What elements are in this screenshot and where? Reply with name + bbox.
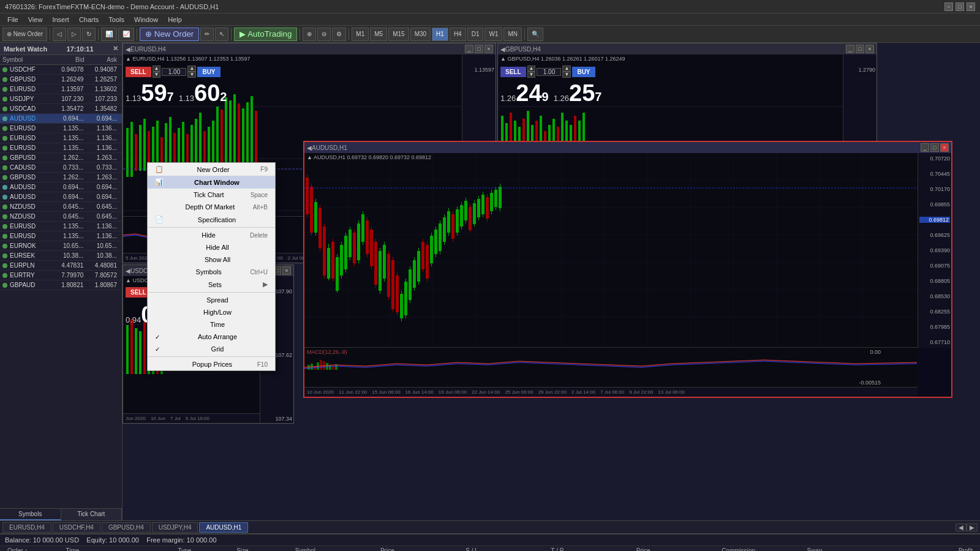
ctx-grid[interactable]: ✓ Grid — [148, 343, 275, 355]
list-item[interactable]: GBPUSD 1.26249 1.26257 — [0, 75, 122, 84]
menu-tools[interactable]: Tools — [104, 15, 129, 24]
toolbar-period-w1[interactable]: W1 — [484, 28, 502, 41]
ctx-time[interactable]: Time — [148, 318, 275, 331]
gbpusd-buy-button[interactable]: BUY — [572, 67, 595, 77]
toolbar-period-mn[interactable]: MN — [503, 28, 522, 41]
eurusd-sell-down[interactable]: ▼ — [153, 72, 161, 78]
chart-audusd-canvas[interactable]: ▲ AUDUSD,H1 0.69732 0.69820 0.69732 0.69… — [304, 153, 951, 397]
chart-eurusd-minimize[interactable]: _ — [465, 45, 473, 53]
minimize-button[interactable]: − — [944, 2, 953, 11]
list-item[interactable]: GBPUSD 1.262... 1.263... — [0, 173, 122, 182]
list-item[interactable]: EURUSD 1.135... 1.136... — [0, 143, 122, 153]
maximize-button[interactable]: □ — [956, 2, 964, 11]
list-item[interactable]: GBPUSD 1.262... 1.263... — [0, 153, 122, 163]
menu-view[interactable]: View — [23, 15, 48, 24]
toolbar-properties[interactable]: ⚙ — [332, 28, 346, 41]
list-item[interactable]: EURUSD 1.135... 1.136... — [0, 124, 122, 133]
ctx-hide-all[interactable]: Hide All — [148, 241, 275, 253]
gbpusd-buy-down[interactable]: ▼ — [562, 72, 571, 78]
ctx-popup-prices[interactable]: Popup Prices F10 — [148, 358, 275, 370]
eurusd-buy-button[interactable]: BUY — [197, 67, 220, 77]
new-order-big-button[interactable]: ⊕ New Order — [140, 28, 199, 41]
chart-tab-gbpusd[interactable]: GBPUSD,H4 — [102, 522, 151, 533]
ctx-specification[interactable]: 📄 Specification — [148, 213, 275, 226]
toolbar-zoom-in[interactable]: ⊕ — [303, 28, 316, 41]
toolbar-period-m1[interactable]: M1 — [352, 28, 369, 41]
menu-window[interactable]: Window — [129, 15, 163, 24]
chart-audusd-minimize[interactable]: _ — [921, 143, 929, 152]
list-item[interactable]: AUDUSD 0.694... 0.694... — [0, 182, 122, 192]
ctx-spread[interactable]: Spread — [148, 294, 275, 306]
eurusd-sell-button[interactable]: SELL — [126, 67, 151, 77]
list-item[interactable]: USDJPY 107.230 107.233 — [0, 94, 122, 104]
gbpusd-sell-button[interactable]: SELL — [500, 67, 526, 77]
toolbar-line-button[interactable]: 📈 — [118, 28, 134, 41]
gbpusd-sell-down[interactable]: ▼ — [527, 72, 536, 78]
chart-tab-right[interactable]: ▶ — [967, 523, 978, 531]
chart-gbpusd-close[interactable]: × — [865, 45, 874, 53]
chart-tab-audusd[interactable]: AUDUSD,H1 — [199, 522, 248, 533]
chart-tab-usdchf[interactable]: USDCHF,H4 — [53, 522, 100, 533]
toolbar-back-button[interactable]: ◁ — [53, 28, 66, 41]
list-item[interactable]: EURUSD 1.135... 1.136... — [0, 222, 122, 231]
list-item[interactable]: EURPLN 4.47831 4.48081 — [0, 261, 122, 271]
menu-help[interactable]: Help — [163, 15, 187, 24]
toolbar-period-m30[interactable]: M30 — [410, 28, 431, 41]
eurusd-buy-up[interactable]: ▲ — [187, 66, 196, 72]
list-item[interactable]: USDCHF 0.94078 0.94087 — [0, 65, 122, 75]
toolbar-period-m5[interactable]: M5 — [370, 28, 387, 41]
gbpusd-buy-up[interactable]: ▲ — [562, 66, 571, 72]
list-item[interactable]: USDCAD 1.35472 1.35482 — [0, 104, 122, 114]
toolbar-period-h1[interactable]: H1 — [432, 28, 448, 41]
ctx-chart-window[interactable]: 📊 Chart Window — [148, 176, 275, 189]
chart-gbpusd-minimize[interactable]: _ — [846, 45, 854, 53]
market-watch-close[interactable]: ✕ — [113, 45, 118, 53]
list-item[interactable]: EURNOK 10.65... 10.65... — [0, 241, 122, 251]
list-item[interactable]: EURTRY 7.79970 7.80572 — [0, 271, 122, 280]
chart-usdchf-close[interactable]: × — [282, 266, 291, 275]
toolbar-zoom-out[interactable]: ⊖ — [317, 28, 331, 41]
chart-eurusd-close[interactable]: × — [484, 45, 493, 53]
list-item[interactable]: EURSEK 10.38... 10.38... — [0, 251, 122, 261]
ctx-sets[interactable]: Sets ▶ — [148, 278, 275, 291]
list-item[interactable]: EURUSD 1.135... 1.136... — [0, 231, 122, 241]
toolbar-refresh-button[interactable]: ↻ — [82, 28, 96, 41]
toolbar-cursor[interactable]: ↖ — [215, 28, 228, 41]
chart-audusd-close[interactable]: × — [940, 143, 949, 152]
chart-gbpusd-restore[interactable]: □ — [856, 45, 864, 53]
eurusd-size-input[interactable] — [162, 68, 186, 76]
toolbar-period-m15[interactable]: M15 — [388, 28, 409, 41]
list-item[interactable]: EURUSD 1.135... 1.136... — [0, 133, 122, 143]
ctx-tick-chart[interactable]: Tick Chart Space — [148, 189, 275, 201]
list-item[interactable]: CADUSD 0.733... 0.733... — [0, 163, 122, 173]
mw-tab-tick-chart[interactable]: Tick Chart — [61, 509, 123, 520]
toolbar-period-d1[interactable]: D1 — [467, 28, 484, 41]
ctx-hide[interactable]: Hide Delete — [148, 229, 275, 241]
menu-charts[interactable]: Charts — [74, 15, 104, 24]
eurusd-sell-up[interactable]: ▲ — [153, 66, 161, 72]
list-item[interactable]: EURUSD 1.13597 1.13602 — [0, 84, 122, 94]
list-item[interactable]: AUDUSD 0.694... 0.694... — [0, 192, 122, 202]
chart-eurusd-restore[interactable]: □ — [475, 45, 483, 53]
menu-insert[interactable]: Insert — [47, 15, 74, 24]
chart-tab-usdjpy[interactable]: USDJPY,H4 — [152, 522, 198, 533]
ctx-depth-of-market[interactable]: Depth Of Market Alt+B — [148, 201, 275, 213]
eurusd-buy-down[interactable]: ▼ — [187, 72, 196, 78]
ctx-auto-arrange[interactable]: ✓ Auto Arrange — [148, 331, 275, 343]
toolbar-chart-button[interactable]: 📊 — [101, 28, 117, 41]
ctx-new-order[interactable]: 📋 New Order F9 — [148, 163, 275, 176]
list-item[interactable]: NZDUSD 0.645... 0.645... — [0, 212, 122, 222]
chart-tab-left[interactable]: ◀ — [956, 523, 967, 531]
menu-file[interactable]: File — [2, 15, 23, 24]
gbpusd-sell-up[interactable]: ▲ — [527, 66, 536, 72]
ctx-show-all[interactable]: Show All — [148, 253, 275, 266]
autotrading-button[interactable]: ▶ AutoTrading — [234, 28, 297, 41]
mw-tab-symbols[interactable]: Symbols — [0, 509, 61, 520]
list-item[interactable]: NZDUSD 0.645... 0.645... — [0, 202, 122, 212]
chart-audusd-restore[interactable]: □ — [930, 143, 939, 152]
ctx-symbols[interactable]: Symbols Ctrl+U — [148, 266, 275, 278]
toolbar-period-h4[interactable]: H4 — [450, 28, 466, 41]
list-item[interactable]: GBPAUD 1.80821 1.80867 — [0, 280, 122, 290]
gbpusd-size-input[interactable] — [537, 68, 561, 76]
toolbar-forward-button[interactable]: ▷ — [67, 28, 81, 41]
